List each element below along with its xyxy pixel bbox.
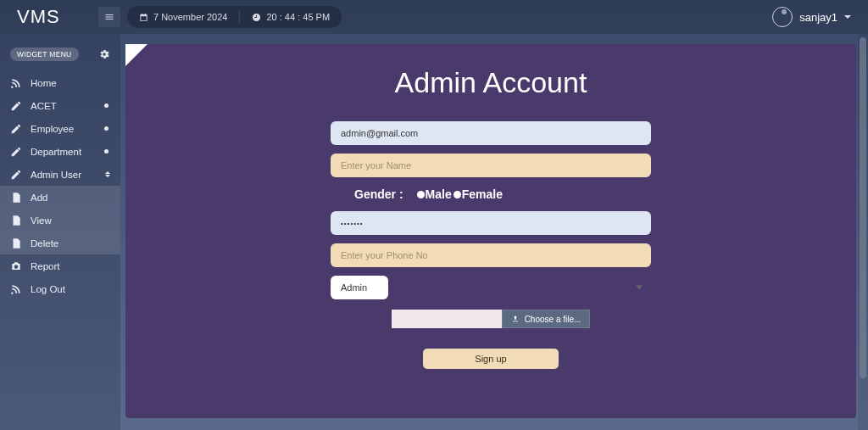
sidebar: WIDGET MENU Home ACET Employee Departmen…: [0, 34, 120, 430]
edit-icon: [10, 123, 22, 135]
choose-file-label: Choose a file...: [525, 315, 581, 324]
username-text: sanjay1: [799, 11, 837, 24]
calendar-icon: [139, 13, 148, 22]
sort-icon: [105, 171, 110, 177]
upload-icon: [511, 315, 520, 323]
gender-label: Gender :: [354, 187, 403, 201]
sidebar-heading: WIDGET MENU: [10, 47, 79, 61]
sidebar-item-label: Employee: [31, 124, 74, 134]
sidebar-item-label: Home: [31, 78, 57, 88]
choose-file-button[interactable]: Choose a file...: [502, 310, 591, 328]
time-text: 20 : 44 : 45 PM: [266, 12, 330, 22]
radio-icon: [453, 191, 461, 198]
admin-account-panel: Admin Account Gender : Male Female: [125, 44, 856, 418]
panel-corner-fold: [125, 44, 147, 66]
dot-icon: [104, 103, 108, 108]
chevron-down-icon: [844, 15, 851, 19]
sidebar-item-label: Admin User: [31, 170, 81, 180]
date-text: 7 November 2024: [153, 12, 227, 22]
sidebar-item-label: Report: [31, 261, 60, 271]
signup-button[interactable]: Sign up: [423, 349, 559, 369]
name-field[interactable]: [331, 154, 651, 177]
sidebar-item-label: Add: [31, 193, 47, 203]
document-icon: [10, 237, 22, 249]
avatar-icon: [772, 7, 793, 27]
sidebar-item-label: Delete: [31, 238, 58, 249]
time-display: 20 : 44 : 45 PM: [252, 12, 330, 22]
sidebar-item-home[interactable]: Home: [0, 71, 120, 94]
sidebar-item-delete[interactable]: Delete: [0, 232, 120, 254]
main-canvas: Admin Account Gender : Male Female: [120, 34, 868, 430]
document-icon: [10, 215, 22, 226]
radio-icon: [417, 191, 425, 198]
app-logo: VMS: [8, 6, 98, 28]
scrollbar-thumb[interactable]: [860, 37, 866, 378]
file-preview-box: [392, 310, 502, 328]
edit-icon: [10, 100, 22, 112]
phone-field[interactable]: [331, 243, 651, 267]
topbar: VMS 7 November 2024 20 : 44 : 45 PM sanj…: [0, 0, 868, 34]
datetime-separator: [239, 11, 240, 23]
rss-icon: [10, 283, 22, 295]
gender-row: Gender : Male Female: [331, 186, 651, 203]
sidebar-item-label: View: [31, 215, 52, 226]
document-icon: [10, 192, 22, 204]
camera-icon: [10, 260, 22, 272]
email-field[interactable]: [331, 121, 651, 145]
role-select-wrap: Admin: [331, 276, 651, 299]
sidebar-nav: Home ACET Employee Department Admin User: [0, 71, 120, 300]
sidebar-item-add[interactable]: Add: [0, 186, 120, 209]
gender-female-radio[interactable]: Female: [453, 187, 503, 201]
sidebar-item-employee[interactable]: Employee: [0, 117, 120, 140]
gender-female-label: Female: [462, 187, 503, 201]
gender-male-label: Male: [426, 187, 452, 201]
sidebar-item-label: Department: [31, 147, 81, 157]
scrollbar-track[interactable]: [858, 34, 868, 430]
date-display: 7 November 2024: [139, 12, 227, 22]
sidebar-item-report[interactable]: Report: [0, 254, 120, 277]
role-select[interactable]: Admin: [331, 276, 388, 299]
sidebar-item-label: ACET: [31, 101, 57, 111]
dot-icon: [104, 126, 108, 131]
edit-icon: [10, 146, 22, 158]
datetime-pill: 7 November 2024 20 : 44 : 45 PM: [127, 6, 342, 28]
sidebar-item-logout[interactable]: Log Out: [0, 277, 120, 300]
password-field[interactable]: [331, 211, 651, 235]
sidebar-item-department[interactable]: Department: [0, 140, 120, 163]
sidebar-toggle-button[interactable]: [98, 7, 120, 27]
gear-icon[interactable]: [98, 48, 110, 60]
clock-icon: [252, 13, 261, 22]
file-upload-row: Choose a file...: [331, 310, 651, 328]
admin-form: Gender : Male Female: [331, 121, 651, 369]
sidebar-item-label: Log Out: [31, 284, 65, 294]
edit-icon: [10, 169, 22, 181]
user-menu[interactable]: sanjay1: [772, 7, 860, 27]
rss-icon: [10, 77, 22, 89]
gender-male-radio[interactable]: Male: [417, 187, 452, 201]
sidebar-item-acet[interactable]: ACET: [0, 94, 120, 117]
sidebar-item-view[interactable]: View: [0, 209, 120, 232]
page-title: Admin Account: [395, 66, 587, 99]
hamburger-icon: [104, 12, 114, 22]
dot-icon: [104, 149, 108, 154]
sidebar-item-admin-user[interactable]: Admin User: [0, 163, 120, 186]
